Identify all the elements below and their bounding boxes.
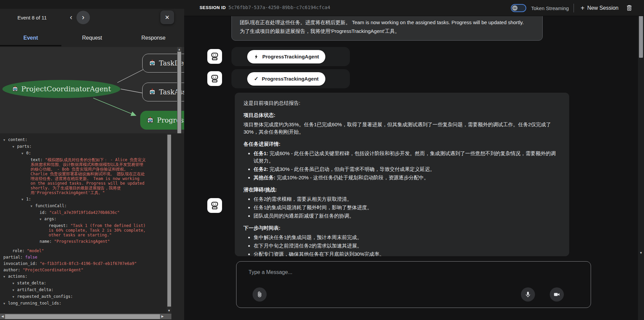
tree-key: args: (44, 217, 56, 221)
paperclip-icon (256, 291, 263, 298)
report-section-heading: 各任务进展详情: (244, 140, 560, 148)
collapse-arrow-icon[interactable]: ▼ (40, 217, 44, 222)
tree-row[interactable]: ▼state_delta: (0, 281, 167, 286)
tree-vertical-scrollbar[interactable] (167, 133, 171, 313)
delete-session-button[interactable] (625, 4, 633, 12)
tree-row[interactable]: ▼requested_auth_configs: (0, 294, 167, 299)
previous-event-button[interactable]: ‹ (66, 12, 76, 23)
report-bullet: 在下月中旬之前澄清任务2的需求以加速其进展。 (254, 242, 560, 249)
scrollbar-thumb[interactable] (5, 314, 160, 319)
tree-key: name: (40, 239, 52, 244)
tab-response[interactable]: Response (123, 32, 184, 46)
new-session-button[interactable]: + New Session (579, 5, 621, 11)
trash-icon (626, 4, 633, 12)
robot-icon (149, 59, 156, 67)
event-tree: ▼content:▼parts:▼0:text: "模拟团队成员对任务的分配如下… (0, 133, 184, 320)
active-tab-indicator (0, 45, 61, 46)
tree-row[interactable]: ▼content: (0, 137, 167, 142)
tree-row[interactable]: ▼0: (0, 151, 167, 156)
tree-key: parts: (17, 144, 32, 149)
tab-request[interactable]: Request (61, 32, 123, 46)
robot-icon (147, 117, 154, 124)
event-pager-label: Event 8 of 11 (17, 15, 47, 20)
tree-row[interactable]: ▼args: (0, 217, 167, 222)
token-streaming-toggle[interactable] (511, 4, 526, 12)
tree-row[interactable]: ▼functionCall: (0, 203, 167, 209)
report-bullet: 任务1的集成问题消耗了额外时间，影响了整体进度。 (254, 204, 560, 211)
attach-file-button[interactable] (253, 287, 267, 302)
next-event-button[interactable]: › (76, 11, 90, 24)
collapse-arrow-icon[interactable]: ▼ (31, 204, 35, 209)
collapse-arrow-icon[interactable]: ▼ (21, 197, 26, 202)
report-bullet: 其他任务: 完成10%-20% - 这些任务仍处于规划和启动阶段，资源逐步分配中… (254, 174, 560, 181)
tree-key: text: (31, 157, 43, 162)
scroll-up-icon[interactable]: ▲ (177, 47, 181, 52)
collapse-arrow-icon[interactable]: ▼ (12, 281, 17, 286)
tree-horizontal-scrollbar[interactable]: ◀ ▶ (0, 314, 171, 319)
collapse-arrow-icon[interactable]: ▼ (12, 294, 17, 299)
graph-node-label: ProjectCoordinatorAgent (21, 85, 111, 93)
tree-row[interactable]: ▼1: (0, 197, 167, 202)
session-id-value: 5c76fbb7-537a-4250-89bb-c7c6194cfca4 (228, 5, 330, 10)
message-line: 团队现在正在处理这些任务。进度将在稍后更新。 Team is now worki… (240, 18, 534, 27)
scroll-right-icon[interactable]: ▶ (160, 314, 165, 319)
message-input-container (236, 261, 591, 308)
graph-node-project-coordinator-agent[interactable]: ProjectCoordinatorAgent (2, 80, 120, 98)
report-bullet: 任务1: 完成60% - 此任务已达成关键里程碑，包括设计阶段和初步开发。然而，… (254, 150, 560, 165)
report-bullet: 分配专门资源，确保其他任务在下月底前达到30%完成率。 (254, 250, 560, 256)
tree-row[interactable]: ▼long_running_tool_ids: (0, 301, 167, 306)
tree-key: actions: (8, 274, 28, 279)
chat-vertical-scrollbar[interactable]: ▲ ▼ (638, 0, 644, 320)
close-icon[interactable]: × (160, 10, 174, 24)
scroll-left-icon[interactable]: ◀ (0, 314, 5, 319)
tree-value: "e-f1b3f1c8-8fc3-4196-9cd7-eb1f6707e6a9" (37, 261, 137, 266)
session-id-label: SESSION ID (200, 5, 226, 10)
token-streaming-label: Token Streaming (531, 5, 569, 11)
tab-event[interactable]: Event (0, 32, 61, 46)
tree-row[interactable]: ▼actions: (0, 274, 167, 279)
collapse-arrow-icon[interactable]: ▼ (12, 144, 17, 149)
report-bullet-list: 任务2的需求模糊，需要从相关方获取澄清。任务1的集成问题消耗了额外时间，影响了整… (244, 195, 560, 220)
tree-key: content: (8, 137, 28, 142)
collapse-arrow-icon[interactable]: ▼ (3, 274, 8, 279)
tree-key: requested_auth_configs: (17, 294, 73, 299)
collapse-arrow-icon[interactable]: ▼ (12, 288, 17, 292)
video-camera-icon (553, 291, 560, 298)
header-actions: Token Streaming + New Session (511, 0, 633, 16)
scrollbar-thumb[interactable] (177, 52, 181, 133)
graph-vertical-scrollbar[interactable]: ▲ (177, 47, 181, 133)
tree-row[interactable]: ▼parts: (0, 144, 167, 149)
tree-row: invocation_id: "e-f1b3f1c8-8fc3-4196-9cd… (0, 261, 167, 266)
tree-row: partial: false (0, 255, 167, 260)
function-response-chip[interactable]: ✓ ProgressTrackingAgent (247, 72, 325, 86)
report-section-heading: 下一步与时间表: (244, 224, 560, 232)
scroll-down-icon[interactable]: ▼ (639, 251, 643, 255)
tree-row[interactable]: ▼artifact_delta: (0, 287, 167, 292)
check-icon: ✓ (254, 76, 258, 82)
agent-avatar (207, 49, 222, 64)
scroll-down-icon[interactable]: ▼ (167, 308, 171, 313)
agent-report-message: 这是目前项目的总结报告:项目总体状态:项目整体完成度约为35%。任务1已完成60… (235, 93, 569, 256)
report-bullet: 任务2: 完成30% - 此任务虽已启动，但由于需求不明确，导致交付成果定义延迟… (254, 166, 560, 173)
app-window: Event 8 of 11 ‹ › × Event Request Respon… (0, 0, 644, 320)
report-bullet: 团队成员间的沟通差距减缓了新任务的协调。 (254, 212, 560, 220)
collapse-arrow-icon[interactable]: ▼ (3, 301, 8, 306)
panel-top-strip (0, 0, 184, 9)
message-input[interactable] (248, 269, 483, 276)
collapse-arrow-icon[interactable]: ▼ (3, 138, 8, 142)
collapse-arrow-icon[interactable]: ▼ (21, 151, 26, 156)
tree-value: "模拟团队成员对任务的分配如下： - Alice 负责定义系统需求和范围、设计数… (31, 157, 147, 195)
microphone-icon (524, 291, 532, 298)
function-call-label: ProgressTrackingAgent (262, 54, 319, 59)
scrollbar-thumb[interactable] (167, 135, 171, 307)
video-camera-button[interactable] (550, 287, 564, 302)
tree-key: functionCall: (35, 203, 67, 208)
microphone-button[interactable] (521, 287, 535, 302)
tree-key: invocation_id: (3, 261, 37, 266)
header-divider (574, 4, 574, 12)
function-call-chip[interactable]: ProgressTrackingAgent (247, 50, 325, 63)
tree-key: id: (40, 210, 47, 215)
tree-row: text: "模拟团队成员对任务的分配如下： - Alice 负责定义系统需求和… (0, 157, 167, 195)
session-header: SESSION ID 5c76fbb7-537a-4250-89bb-c7c61… (184, 0, 644, 16)
tree-row: author: "ProjectCoordinatorAgent" (0, 268, 167, 272)
